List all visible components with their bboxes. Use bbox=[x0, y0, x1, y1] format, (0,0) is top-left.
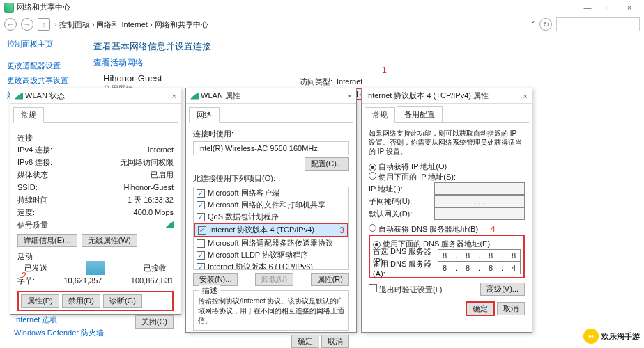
search-input[interactable] bbox=[556, 17, 640, 31]
radio-auto-ip[interactable] bbox=[369, 164, 376, 171]
sidebar-sharing-settings[interactable]: 更改高级共享设置 bbox=[7, 75, 77, 86]
radio-auto-dns[interactable] bbox=[369, 224, 376, 232]
cancel-button[interactable]: 取消 bbox=[321, 335, 349, 348]
close-icon[interactable]: × bbox=[172, 92, 176, 100]
adapter-name: Intel(R) Wireless-AC 9560 160MHz bbox=[193, 141, 349, 155]
annotation-2: 2 bbox=[22, 271, 26, 280]
active-networks-label: 查看活动网络 bbox=[93, 57, 634, 69]
window-title: 网络和共享中心 bbox=[17, 2, 70, 13]
properties-button[interactable]: 属性(P) bbox=[21, 294, 59, 308]
ok-button[interactable]: 确定 bbox=[466, 301, 495, 316]
validate-checkbox[interactable] bbox=[369, 284, 377, 292]
wireless-properties-button[interactable]: 无线属性(W) bbox=[82, 234, 137, 247]
disable-button[interactable]: 禁用(D) bbox=[62, 294, 100, 308]
components-list[interactable]: ✓Microsoft 网络客户端 ✓Microsoft 网络的文件和打印机共享 … bbox=[193, 187, 349, 270]
ip-input: . . . bbox=[434, 182, 525, 195]
ok-button[interactable]: 确定 bbox=[291, 335, 319, 348]
refresh-button[interactable]: ↻ bbox=[539, 18, 552, 31]
tab-general[interactable]: 常规 bbox=[365, 107, 395, 123]
wlan-properties-dialog: WLAN 属性× 网络 连接时使用: Intel(R) Wireless-AC … bbox=[185, 88, 357, 333]
wlan-status-dialog: WLAN 状态× 常规 连接 IPv4 连接:Internet IPv6 连接:… bbox=[10, 88, 181, 315]
cancel-button[interactable]: 取消 bbox=[497, 302, 525, 315]
advanced-button[interactable]: 高级(V)... bbox=[480, 283, 525, 296]
breadcrumb[interactable]: › 控制面板 › 网络和 Internet › 网络和共享中心 bbox=[54, 19, 527, 30]
maximize-button[interactable]: □ bbox=[598, 3, 619, 12]
tab-alternate[interactable]: 备用配置 bbox=[397, 106, 443, 122]
watermark-icon: •• bbox=[583, 329, 599, 344]
close-button[interactable]: × bbox=[619, 3, 640, 12]
dns1-input[interactable]: 8.8.8.8 bbox=[438, 249, 521, 262]
radio-manual-ip[interactable] bbox=[369, 172, 376, 180]
signal-icon bbox=[165, 221, 174, 228]
close-button[interactable]: 关闭(C) bbox=[135, 315, 174, 329]
activity-icon bbox=[86, 261, 105, 275]
details-button[interactable]: 详细信息(E)... bbox=[17, 234, 77, 247]
access-type-value: Internet bbox=[337, 77, 362, 86]
app-icon bbox=[4, 3, 14, 13]
uninstall-button[interactable]: 卸载(U) bbox=[255, 273, 293, 286]
close-icon[interactable]: × bbox=[523, 92, 528, 100]
minimize-button[interactable]: — bbox=[577, 3, 598, 12]
forward-button[interactable]: → bbox=[21, 18, 33, 31]
signal-icon bbox=[15, 93, 23, 100]
gateway-input: . . . bbox=[434, 207, 525, 220]
up-button[interactable]: ↑ bbox=[38, 18, 50, 31]
annotation-4: 4 bbox=[491, 224, 496, 234]
annotation-3: 3 bbox=[339, 226, 344, 235]
mask-input: . . . bbox=[434, 195, 525, 207]
page-title: 查看基本网络信息并设置连接 bbox=[93, 40, 634, 53]
dns2-input[interactable]: 8.8.8.4 bbox=[438, 262, 521, 274]
watermark: •• 欢乐淘手游 bbox=[583, 329, 640, 344]
annotation-1: 1 bbox=[382, 65, 387, 75]
back-button[interactable]: ← bbox=[4, 18, 17, 31]
access-type-label: 访问类型: bbox=[300, 77, 332, 87]
list-item-tcpipv4[interactable]: ✓Internet 协议版本 4 (TCP/IPv4)3 bbox=[194, 223, 348, 237]
properties-button[interactable]: 属性(R) bbox=[311, 273, 349, 286]
diagnose-button[interactable]: 诊断(G) bbox=[103, 294, 142, 308]
install-button[interactable]: 安装(N)... bbox=[193, 273, 238, 286]
breadcrumb-dropdown-icon[interactable]: ˅ bbox=[531, 20, 535, 29]
sidebar-home[interactable]: 控制面板主页 bbox=[7, 39, 77, 49]
sidebar-adapter-settings[interactable]: 更改适配器设置 bbox=[7, 61, 77, 71]
signal-icon bbox=[190, 93, 199, 100]
ipv4-properties-dialog: Internet 协议版本 4 (TCP/IPv4) 属性× 常规 备用配置 如… bbox=[361, 88, 532, 333]
configure-button[interactable]: 配置(C)... bbox=[305, 157, 349, 171]
tab-general[interactable]: 常规 bbox=[13, 107, 44, 123]
tab-network[interactable]: 网络 bbox=[189, 107, 220, 123]
close-icon[interactable]: × bbox=[348, 92, 352, 100]
